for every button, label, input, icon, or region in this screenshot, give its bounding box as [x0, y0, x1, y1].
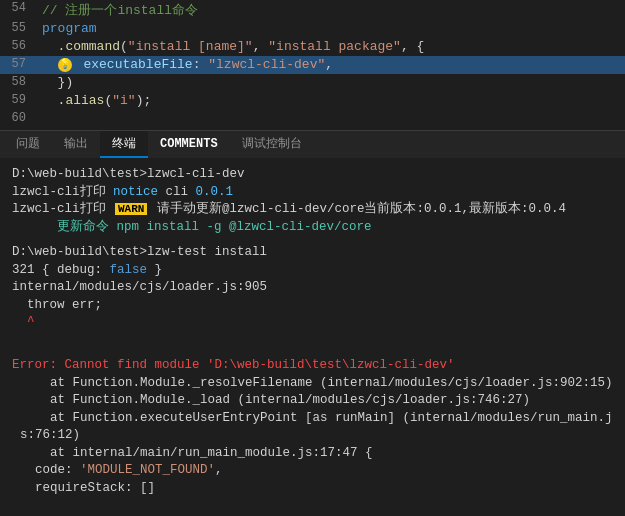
term-line-warn: lzwcl-cli打印 WARN 请手动更新@lzwcl-cli-dev/cor…	[12, 201, 613, 219]
code-line-54: 54 // 注册一个install命令	[0, 0, 625, 20]
line-content-59: .alias("i");	[42, 93, 625, 108]
term-line-empty	[12, 340, 613, 358]
term-line-error-3: at Function.executeUserEntryPoint [as ru…	[12, 410, 613, 445]
line-content-54: // 注册一个install命令	[42, 1, 625, 19]
line-content-56: .command("install [name]", "install pack…	[42, 39, 625, 54]
tab-terminal[interactable]: 终端	[100, 131, 148, 158]
line-content-58: })	[42, 75, 625, 90]
terminal-output: D:\web-build\test>lzwcl-cli-dev lzwcl-cl…	[0, 158, 625, 516]
code-line-59: 59 .alias("i");	[0, 92, 625, 110]
term-line-notice: lzwcl-cli打印 notice cli 0.0.1	[12, 184, 613, 202]
tab-bar: 问题 输出 终端 COMMENTS 调试控制台	[0, 130, 625, 158]
code-line-58: 58 })	[0, 74, 625, 92]
term-line-error-header: Error: Cannot find module 'D:\web-build\…	[12, 357, 613, 375]
tab-output-label: 输出	[64, 137, 88, 151]
term-line-debug: 321 { debug: false }	[12, 262, 613, 280]
term-line-error-2: at Function.Module._load (internal/modul…	[12, 392, 613, 410]
terminal-block-3: Error: Cannot find module 'D:\web-build\…	[12, 340, 613, 498]
line-num-59: 59	[0, 93, 42, 107]
line-content-57: 💡 executableFile: "lzwcl-cli-dev",	[42, 57, 625, 72]
terminal-block-1: D:\web-build\test>lzwcl-cli-dev lzwcl-cl…	[12, 166, 613, 236]
term-line-caret: ^	[12, 314, 613, 332]
term-line-path2: D:\web-build\test>lzw-test install	[12, 244, 613, 262]
line-num-55: 55	[0, 21, 42, 35]
term-line-throw: throw err;	[12, 297, 613, 315]
line-num-56: 56	[0, 39, 42, 53]
term-line-update-cmd: 更新命令 npm install -g @lzwcl-cli-dev/core	[12, 219, 613, 237]
tab-comments-label: COMMENTS	[160, 137, 218, 151]
term-line-loader: internal/modules/cjs/loader.js:905	[12, 279, 613, 297]
line-content-55: program	[42, 21, 625, 36]
bulb-icon: 💡	[58, 58, 72, 72]
term-line-error-code: code: 'MODULE_NOT_FOUND',	[12, 462, 613, 480]
tab-comments[interactable]: COMMENTS	[148, 133, 230, 157]
warn-badge: WARN	[115, 203, 147, 215]
code-line-56: 56 .command("install [name]", "install p…	[0, 38, 625, 56]
term-line-error-4: at internal/main/run_main_module.js:17:4…	[12, 445, 613, 463]
tab-output[interactable]: 输出	[52, 131, 100, 158]
code-line-55: 55 program	[0, 20, 625, 38]
line-num-58: 58	[0, 75, 42, 89]
tab-debug-console[interactable]: 调试控制台	[230, 131, 314, 158]
line-num-57: 57	[0, 57, 42, 71]
tab-debug-console-label: 调试控制台	[242, 137, 302, 151]
tab-problems-label: 问题	[16, 137, 40, 151]
term-line-error-1: at Function.Module._resolveFilename (int…	[12, 375, 613, 393]
code-line-57: 57 💡 executableFile: "lzwcl-cli-dev",	[0, 56, 625, 74]
code-editor: 54 // 注册一个install命令 55 program 56 .comma…	[0, 0, 625, 130]
terminal-block-2: D:\web-build\test>lzw-test install 321 {…	[12, 244, 613, 332]
code-line-60: 60	[0, 110, 625, 128]
line-num-54: 54	[0, 1, 42, 15]
line-num-60: 60	[0, 111, 42, 125]
tab-problems[interactable]: 问题	[4, 131, 52, 158]
tab-terminal-label: 终端	[112, 137, 136, 151]
term-line-path1: D:\web-build\test>lzwcl-cli-dev	[12, 166, 613, 184]
term-line-error-require: requireStack: []	[12, 480, 613, 498]
